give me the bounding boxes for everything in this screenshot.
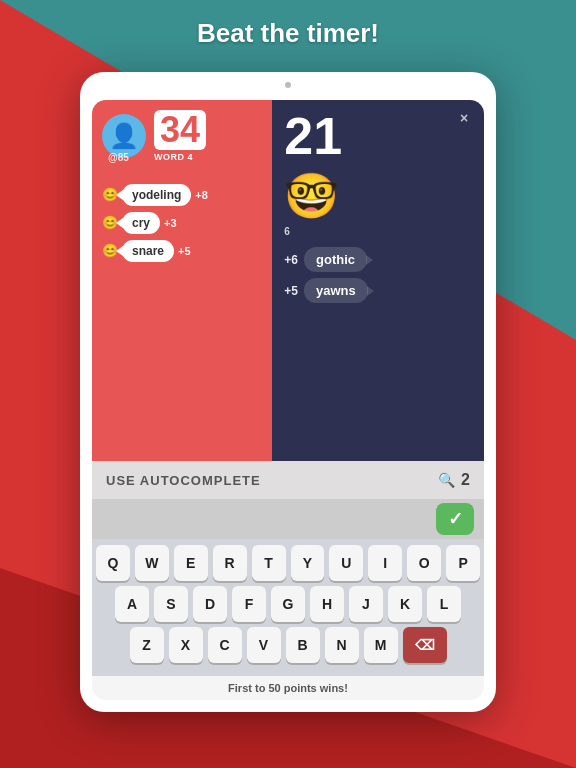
key-k[interactable]: K	[388, 586, 422, 622]
user-icon: 👤	[109, 122, 139, 150]
close-button[interactable]: ×	[454, 108, 474, 128]
game-top: 👤 34 WORD 4 @85 😊 yodeling +8 😊	[92, 100, 484, 461]
bubble-snare: snare	[122, 240, 174, 262]
list-item: +6 gothic	[284, 247, 474, 272]
key-h[interactable]: H	[310, 586, 344, 622]
autocomplete-bar[interactable]: USE AUTOCOMPLETE 🔍 2	[92, 461, 484, 499]
left-panel: 👤 34 WORD 4 @85 😊 yodeling +8 😊	[92, 100, 272, 461]
key-j[interactable]: J	[349, 586, 383, 622]
key-y[interactable]: Y	[291, 545, 325, 581]
right-points-1: +5	[284, 284, 298, 298]
key-row-1: Q W E R T Y U I O P	[96, 545, 480, 581]
left-score: 34	[154, 110, 206, 150]
key-m[interactable]: M	[364, 627, 398, 663]
word-label: WORD 4	[154, 152, 193, 162]
key-i[interactable]: I	[368, 545, 402, 581]
game-area: 👤 34 WORD 4 @85 😊 yodeling +8 😊	[92, 100, 484, 700]
key-p[interactable]: P	[446, 545, 480, 581]
autocomplete-number: 2	[461, 471, 470, 489]
key-s[interactable]: S	[154, 586, 188, 622]
left-score-block: 34 WORD 4	[154, 110, 206, 162]
autocomplete-count: 🔍 2	[438, 471, 470, 489]
check-icon: ✓	[448, 508, 463, 530]
bubble-cry: cry	[122, 212, 160, 234]
key-g[interactable]: G	[271, 586, 305, 622]
camera-dot	[285, 82, 291, 88]
player-level: @85	[108, 152, 129, 163]
list-item: +5 yawns	[284, 278, 474, 303]
list-item: 😊 yodeling +8	[102, 184, 262, 206]
key-e[interactable]: E	[174, 545, 208, 581]
autocomplete-label: USE AUTOCOMPLETE	[106, 473, 261, 488]
left-chat-bubbles: 😊 yodeling +8 😊 cry +3 😊 snare +5	[102, 184, 262, 262]
footer-text: First to 50 points wins!	[228, 682, 348, 694]
list-item: 😊 snare +5	[102, 240, 262, 262]
footer-bar: First to 50 points wins!	[92, 676, 484, 700]
key-a[interactable]: A	[115, 586, 149, 622]
key-row-3: Z X C V B N M ⌫	[96, 627, 480, 663]
key-d[interactable]: D	[193, 586, 227, 622]
right-points-0: +6	[284, 253, 298, 267]
key-l[interactable]: L	[427, 586, 461, 622]
search-icon: 🔍	[438, 472, 455, 488]
key-z[interactable]: Z	[130, 627, 164, 663]
right-chat-bubbles: +6 gothic +5 yawns	[284, 247, 474, 303]
key-v[interactable]: V	[247, 627, 281, 663]
bubble-points-0: +8	[195, 189, 208, 201]
keyboard: Q W E R T Y U I O P A S D F G H J K L	[92, 539, 484, 676]
confirm-row: ✓	[92, 499, 484, 539]
bubble-points-2: +5	[178, 245, 191, 257]
right-bubble-gothic: gothic	[304, 247, 367, 272]
key-row-2: A S D F G H J K L	[96, 586, 480, 622]
key-q[interactable]: Q	[96, 545, 130, 581]
key-o[interactable]: O	[407, 545, 441, 581]
key-b[interactable]: B	[286, 627, 320, 663]
opponent-avatar: 🤓	[284, 170, 474, 222]
key-delete[interactable]: ⌫	[403, 627, 447, 663]
key-n[interactable]: N	[325, 627, 359, 663]
tablet-frame: 👤 34 WORD 4 @85 😊 yodeling +8 😊	[80, 72, 496, 712]
right-bubble-yawns: yawns	[304, 278, 368, 303]
key-c[interactable]: C	[208, 627, 242, 663]
list-item: 😊 cry +3	[102, 212, 262, 234]
key-w[interactable]: W	[135, 545, 169, 581]
opponent-level: 6	[284, 226, 474, 237]
key-x[interactable]: X	[169, 627, 203, 663]
key-f[interactable]: F	[232, 586, 266, 622]
key-u[interactable]: U	[329, 545, 363, 581]
right-panel: × 21 🤓 6 +6 gothic +5 yawns	[272, 100, 484, 461]
bubble-points-1: +3	[164, 217, 177, 229]
confirm-button[interactable]: ✓	[436, 503, 474, 535]
bubble-yodeling: yodeling	[122, 184, 191, 206]
right-score: 21	[284, 110, 474, 162]
key-r[interactable]: R	[213, 545, 247, 581]
key-t[interactable]: T	[252, 545, 286, 581]
header-title: Beat the timer!	[0, 18, 576, 49]
